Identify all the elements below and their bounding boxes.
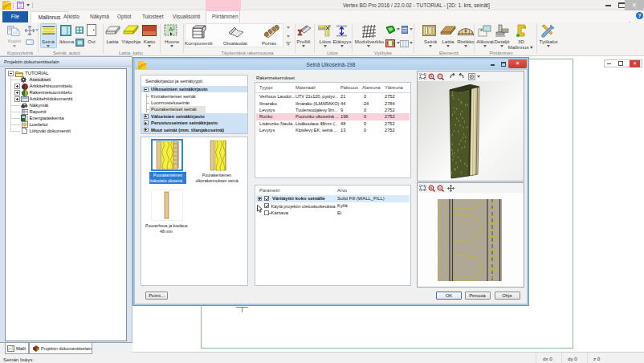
svg-text:2: 2 — [173, 26, 175, 31]
